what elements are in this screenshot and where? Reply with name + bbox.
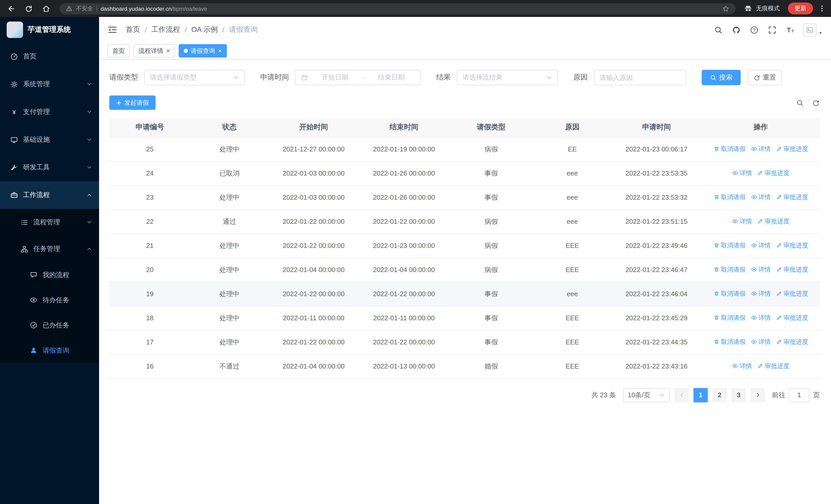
sidebar-item-home[interactable]: 首页 [0,42,99,70]
cell-reason: eee [533,209,611,234]
create-leave-button[interactable]: 发起请假 [109,95,155,110]
page-button-1[interactable]: 1 [693,388,708,402]
cell-apply-time: 2022-01-22 23:44:35 [611,330,701,354]
tab-process-detail[interactable]: 流程详情× [134,44,175,58]
approval-progress-link[interactable]: 审批进度 [776,265,808,274]
edit-icon [776,146,782,152]
search-button[interactable] [714,25,723,34]
cancel-leave-link[interactable]: 取消请假 [713,241,746,250]
back-button[interactable] [5,2,18,14]
fullscreen-button[interactable] [768,25,777,34]
view-icon [751,146,757,152]
sidebar-item-pay[interactable]: ¥支付管理 [0,98,99,126]
approval-progress-link[interactable]: 审批进度 [757,169,790,178]
table-row[interactable]: 21处理中2022-01-22 00:00:002022-01-23 00:00… [109,234,820,258]
cancel-leave-link[interactable]: 取消请假 [713,145,746,153]
apply-time-range-picker[interactable]: 开始日期 - 结束日期 [295,70,421,85]
cell-apply-time: 2022-01-22 23:53:35 [611,161,701,185]
table-row[interactable]: 18处理中2022-01-11 00:00:002022-01-11 00:00… [109,306,820,330]
table-row[interactable]: 25处理中2021-12-27 00:00:002022-01-19 00:00… [109,137,820,161]
help-button[interactable]: ? [750,25,758,34]
help-icon: ? [750,25,758,34]
table-row[interactable]: 24已取消2022-01-03 00:00:002022-01-26 00:00… [109,161,820,185]
reload-button[interactable] [23,2,35,14]
detail-link[interactable]: 详情 [751,314,771,322]
address-bar[interactable]: 不安全 dashboard.yudao.iocoder.cn/bpm/oa/le… [60,3,736,14]
update-button[interactable]: 更新 [788,3,813,14]
home-button[interactable] [40,2,52,14]
sidebar-item-infra[interactable]: 基础设施 [0,126,99,153]
cancel-leave-link[interactable]: 取消请假 [713,290,746,298]
approval-progress-link[interactable]: 审批进度 [757,362,790,370]
github-icon [732,25,741,34]
prev-page-button[interactable] [675,388,689,402]
font-size-button[interactable]: TT [786,25,795,34]
detail-link[interactable]: 详情 [751,145,771,153]
approval-progress-link[interactable]: 审批进度 [776,314,808,322]
breadcrumb-item[interactable]: 首页 [126,25,140,34]
page-button-2[interactable]: 2 [712,388,727,402]
toolbar-refresh-button[interactable] [812,99,820,107]
table-row[interactable]: 19处理中2022-01-22 00:00:002022-01-22 00:00… [109,282,820,306]
tab-leave-query[interactable]: 请假查询× [179,44,227,58]
page-button-3[interactable]: 3 [732,388,746,402]
table-row[interactable]: 16不通过2022-01-04 00:00:002022-01-13 00:00… [109,354,820,378]
detail-link[interactable]: 详情 [751,290,771,298]
approval-progress-link[interactable]: 审批进度 [776,338,808,347]
github-button[interactable] [732,25,741,34]
app-logo[interactable]: 芋道管理系统 [0,17,99,42]
detail-link[interactable]: 详情 [751,241,771,250]
user-avatar[interactable] [803,23,823,37]
tab-close-icon[interactable]: × [166,48,170,54]
detail-link[interactable]: 详情 [751,338,771,347]
reason-input[interactable] [594,70,686,85]
breadcrumb-item[interactable]: 工作流程 [151,25,180,34]
approval-progress-link[interactable]: 审批进度 [776,145,808,153]
header-icon-buttons: ?TT [714,25,795,34]
sidebar-item-system[interactable]: 系统管理 [0,70,99,98]
cancel-leave-link[interactable]: 取消请假 [713,338,746,347]
sidebar-collapse-icon[interactable] [107,25,118,35]
detail-link[interactable]: 详情 [732,217,752,226]
table-row[interactable]: 20处理中2022-01-04 00:00:002022-01-04 00:00… [109,258,820,282]
detail-link[interactable]: 详情 [751,265,771,274]
approval-progress-link[interactable]: 审批进度 [757,217,790,226]
sidebar-item-workflow[interactable]: 工作流程 [0,181,99,209]
detail-link[interactable]: 详情 [732,362,752,370]
breadcrumb-item[interactable]: OA 示例 [192,25,218,34]
approval-progress-link[interactable]: 审批进度 [776,241,808,250]
cell-id: 17 [109,330,191,354]
detail-link[interactable]: 详情 [732,169,752,178]
reset-button[interactable]: 重置 [748,70,782,85]
browser-menu-icon[interactable] [818,5,826,12]
sidebar-item-task-mgmt[interactable]: 任务管理 [0,236,99,262]
page-size-select[interactable]: 10条/页 [623,388,670,402]
sidebar-item-leave-query[interactable]: 请假查询 [0,338,99,363]
table-row[interactable]: 22通过2022-01-22 00:00:002022-01-22 00:00:… [109,209,820,234]
sidebar-item-my-process[interactable]: 我的流程 [0,262,99,288]
approval-progress-link[interactable]: 审批进度 [776,193,808,202]
cancel-leave-link[interactable]: 取消请假 [713,193,746,202]
detail-link[interactable]: 详情 [751,193,771,202]
next-page-button[interactable] [750,388,765,402]
leave-type-select[interactable]: 请选择请假类型 [144,70,245,85]
toolbar-search-button[interactable] [796,99,804,107]
table-row[interactable]: 23处理中2022-01-03 00:00:002022-01-26 00:00… [109,185,820,209]
search-button[interactable]: 搜索 [701,70,741,85]
cancel-leave-link[interactable]: 取消请假 [713,314,746,322]
tab-close-icon[interactable]: × [218,48,222,54]
breadcrumb-separator: / [222,26,224,34]
table-row[interactable]: 17处理中2022-01-22 00:00:002022-01-22 00:00… [109,330,820,354]
breadcrumb-separator: / [185,26,187,34]
sidebar-item-process-mgmt[interactable]: 流程管理 [0,209,99,236]
result-select[interactable]: 请选择流结果 [457,70,558,85]
cancel-leave-link[interactable]: 取消请假 [713,265,746,274]
approval-progress-link[interactable]: 审批进度 [776,290,808,298]
tab-home[interactable]: 首页 [107,44,130,58]
cell-actions: 取消请假详情审批进度 [701,137,820,161]
sidebar-item-todo-task[interactable]: 待办任务 [0,288,99,313]
goto-page-input[interactable]: 1 [789,388,809,402]
bookmark-star-icon[interactable] [722,5,729,12]
sidebar-item-devtools[interactable]: 研发工具 [0,153,99,181]
sidebar-item-done-task[interactable]: 已办任务 [0,313,99,338]
